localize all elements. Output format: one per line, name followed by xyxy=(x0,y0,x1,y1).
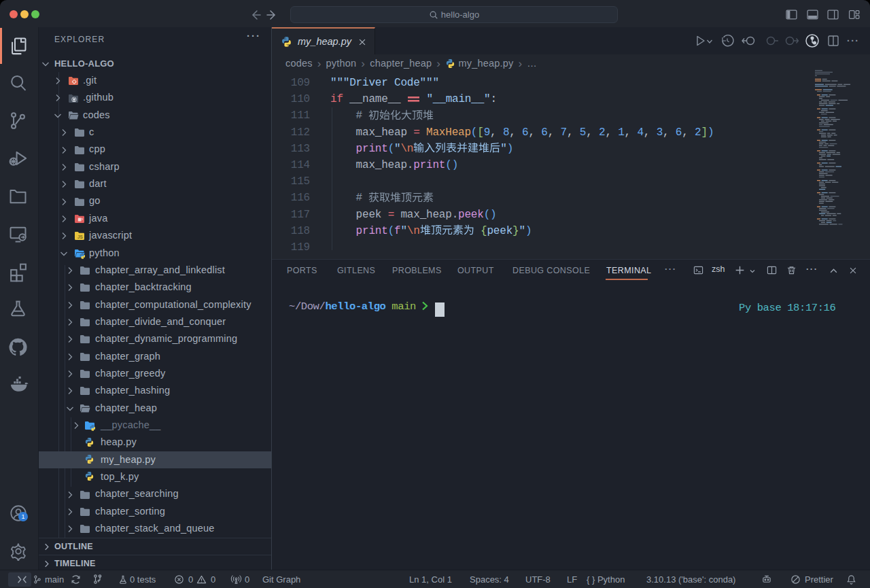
svg-text:JS: JS xyxy=(77,235,84,240)
